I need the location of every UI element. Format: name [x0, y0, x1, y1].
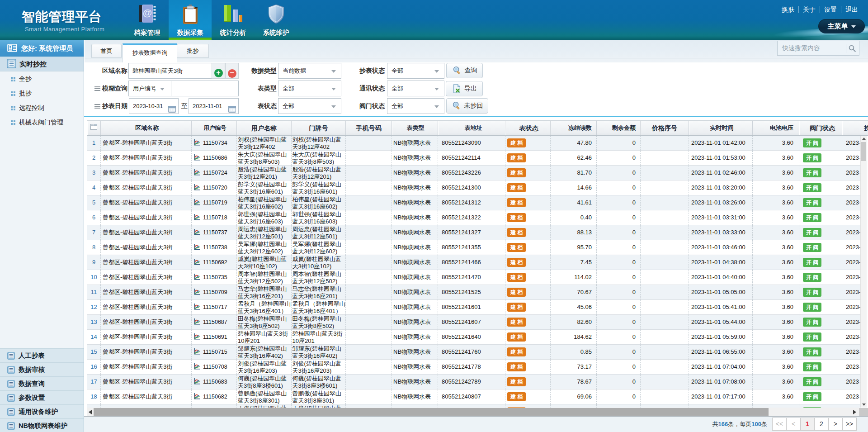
svg-text:@: @ — [142, 7, 151, 18]
